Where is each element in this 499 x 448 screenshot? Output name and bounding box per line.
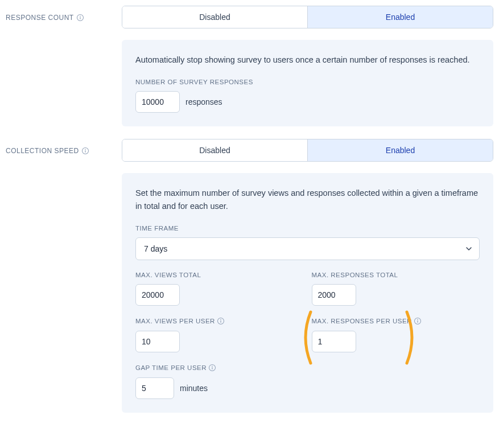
info-icon[interactable] (414, 317, 422, 325)
collection-speed-label: COLLECTION SPEED (6, 139, 113, 413)
svg-point-4 (85, 149, 86, 150)
collection-speed-toggle: Disabled Enabled (122, 139, 493, 162)
max-views-total-label: MAX. VIEWS TOTAL (135, 272, 304, 278)
collection-speed-label-text: COLLECTION SPEED (6, 147, 79, 155)
svg-point-7 (220, 319, 221, 320)
time-frame-select[interactable]: 7 days (135, 237, 480, 260)
gap-time-per-user-input[interactable] (135, 377, 174, 399)
survey-responses-suffix: responses (185, 97, 222, 106)
response-count-label: RESPONSE COUNT (6, 6, 113, 126)
info-icon[interactable] (81, 147, 89, 155)
collection-speed-description: Set the maximum number of survey views a… (135, 187, 480, 212)
gap-time-per-user-label: GAP TIME PER USER (135, 364, 480, 372)
response-count-enabled-button[interactable]: Enabled (307, 6, 493, 28)
svg-rect-11 (417, 320, 418, 323)
survey-responses-input[interactable] (135, 91, 180, 113)
max-responses-per-user-label: MAX. RESPONSES PER USER (312, 317, 480, 325)
response-count-toggle: Disabled Enabled (122, 6, 493, 28)
info-icon[interactable] (217, 317, 225, 325)
response-count-panel: Automatically stop showing survey to use… (122, 40, 493, 126)
svg-point-13 (212, 366, 213, 367)
max-views-per-user-label: MAX. VIEWS PER USER (135, 317, 304, 325)
time-frame-label: TIME FRAME (135, 225, 480, 232)
svg-rect-2 (80, 17, 80, 19)
max-views-per-user-input[interactable] (135, 331, 180, 352)
svg-rect-5 (85, 150, 85, 153)
max-responses-total-label: MAX. RESPONSES TOTAL (312, 272, 480, 278)
svg-point-10 (417, 319, 418, 320)
max-responses-per-user-input[interactable] (312, 331, 356, 352)
response-count-disabled-button[interactable]: Disabled (122, 6, 307, 28)
max-responses-total-input[interactable] (312, 284, 356, 306)
response-count-description: Automatically stop showing survey to use… (135, 54, 480, 66)
collection-speed-enabled-button[interactable]: Enabled (307, 139, 493, 161)
collection-speed-disabled-button[interactable]: Disabled (122, 139, 307, 161)
svg-point-1 (80, 16, 81, 17)
svg-rect-14 (212, 367, 212, 369)
svg-rect-8 (220, 320, 221, 323)
info-icon[interactable] (208, 364, 216, 372)
survey-responses-label: NUMBER OF SURVEY RESPONSES (135, 79, 480, 85)
info-icon[interactable] (76, 14, 84, 22)
collection-speed-panel: Set the maximum number of survey views a… (122, 173, 493, 413)
max-views-total-input[interactable] (135, 284, 180, 306)
gap-time-suffix: minutes (180, 384, 208, 393)
response-count-label-text: RESPONSE COUNT (6, 14, 74, 22)
